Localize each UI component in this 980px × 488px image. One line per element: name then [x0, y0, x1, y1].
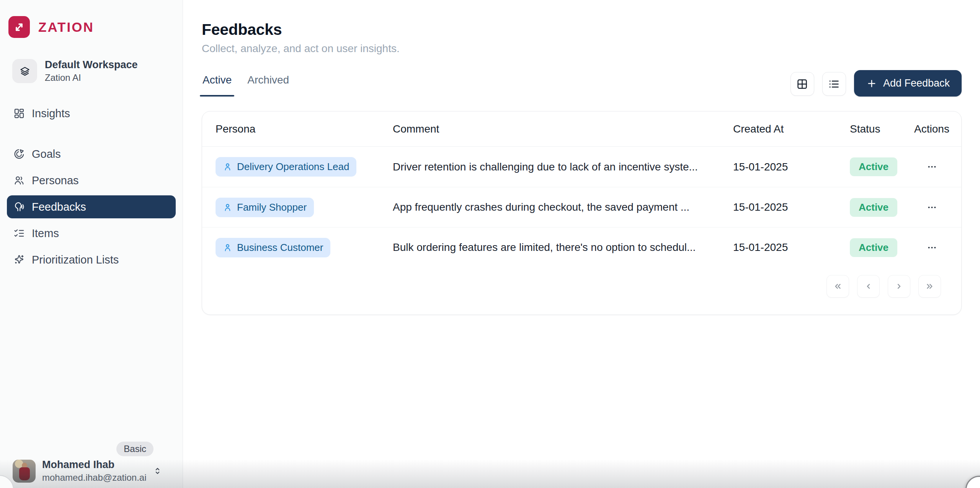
row-actions-button[interactable]: [923, 239, 941, 257]
tab-archived[interactable]: Archived: [247, 71, 290, 97]
controls-row: Active Archived: [202, 70, 962, 97]
workspace-subtitle: Zation AI: [45, 72, 138, 83]
table-header-row: Persona Comment Created At Status Action…: [202, 111, 961, 147]
sidebar-item-feedbacks[interactable]: Feedbacks: [7, 195, 176, 218]
plus-icon: [866, 78, 877, 89]
column-header-comment: Comment: [393, 123, 733, 135]
user-icon: [223, 162, 232, 172]
column-header-status: Status: [850, 123, 912, 135]
plan-badge: Basic: [116, 442, 154, 456]
row-actions-button[interactable]: [923, 158, 941, 176]
goal-icon: [13, 148, 25, 160]
status-badge: Active: [850, 238, 897, 257]
chevron-left-icon: [863, 281, 874, 291]
row-actions-button[interactable]: [923, 198, 941, 216]
status-badge: Active: [850, 198, 897, 217]
ellipsis-icon: [927, 202, 937, 213]
last-page-button[interactable]: [918, 275, 941, 298]
add-feedback-label: Add Feedback: [883, 77, 950, 89]
table-row: Business Customer Bulk ordering features…: [202, 227, 961, 267]
add-feedback-button[interactable]: Add Feedback: [854, 70, 962, 97]
persona-badge[interactable]: Delivery Operations Lead: [216, 157, 356, 177]
sparkles-icon: [13, 254, 25, 265]
column-header-created-at: Created At: [733, 123, 850, 135]
sidebar-item-personas[interactable]: Personas: [7, 169, 176, 192]
previous-page-button[interactable]: [857, 275, 880, 298]
sidebar-item-goals[interactable]: Goals: [7, 142, 176, 165]
page-title: Feedbacks: [202, 21, 962, 39]
page-subtitle: Collect, analyze, and act on user insigh…: [202, 43, 962, 55]
brand-logo: ZATION: [8, 16, 183, 38]
tab-active[interactable]: Active: [202, 71, 232, 97]
user-name: Mohamed Ihab: [42, 459, 147, 471]
next-page-button[interactable]: [888, 275, 910, 298]
sidebar-item-insights[interactable]: Insights: [7, 102, 176, 125]
user-avatar: [13, 460, 36, 483]
tab-bar: Active Archived: [202, 71, 290, 97]
sidebar-item-label: Insights: [32, 107, 70, 120]
user-icon: [223, 203, 232, 212]
brand-name: ZATION: [38, 20, 94, 35]
grid-view-button[interactable]: [791, 72, 814, 96]
zation-logo-icon: [8, 16, 30, 38]
persona-badge[interactable]: Family Shopper: [216, 198, 314, 217]
list-checks-icon: [13, 228, 25, 239]
created-at-cell: 15-01-2025: [733, 161, 850, 173]
feedbacks-table-card: Persona Comment Created At Status Action…: [202, 111, 962, 315]
created-at-cell: 15-01-2025: [733, 201, 850, 213]
status-badge: Active: [850, 157, 897, 176]
sidebar-item-label: Items: [32, 227, 59, 240]
layers-icon: [12, 59, 37, 83]
sidebar-item-label: Goals: [32, 148, 61, 160]
created-at-cell: 15-01-2025: [733, 241, 850, 254]
sidebar-item-label: Feedbacks: [32, 201, 86, 213]
workspace-title: Default Workspace: [45, 59, 138, 71]
sidebar-item-label: Personas: [32, 174, 79, 187]
main-content: Feedbacks Collect, analyze, and act on u…: [183, 0, 980, 488]
dashboard-icon: [13, 108, 25, 119]
chevrons-left-icon: [833, 281, 843, 291]
table-row: Family Shopper App frequently crashes du…: [202, 187, 961, 227]
sidebar-item-prioritization-lists[interactable]: Prioritization Lists: [7, 248, 176, 271]
column-header-actions: Actions: [912, 123, 952, 135]
chevron-right-icon: [894, 281, 904, 291]
list-view-button[interactable]: [822, 72, 846, 96]
chevrons-right-icon: [924, 281, 935, 291]
list-view-icon: [828, 78, 840, 90]
chevrons-up-down-icon[interactable]: [152, 466, 163, 476]
pagination: [202, 267, 961, 314]
sidebar-item-label: Prioritization Lists: [32, 254, 119, 266]
app-root: ZATION Default Workspace Zation AI: [0, 0, 980, 488]
column-header-persona: Persona: [216, 123, 393, 135]
workspace-selector[interactable]: Default Workspace Zation AI: [12, 59, 173, 83]
ellipsis-icon: [927, 242, 937, 253]
comment-cell: Driver retention is challenging due to l…: [393, 161, 733, 173]
speech-icon: [13, 201, 25, 213]
user-icon: [223, 243, 232, 252]
sidebar-item-items[interactable]: Items: [7, 222, 176, 245]
grid-view-icon: [796, 78, 808, 90]
table-row: Delivery Operations Lead Driver retentio…: [202, 147, 961, 187]
comment-cell: App frequently crashes during checkout, …: [393, 201, 733, 213]
ellipsis-icon: [927, 162, 937, 172]
first-page-button[interactable]: [826, 275, 849, 298]
persona-badge[interactable]: Business Customer: [216, 238, 330, 257]
user-menu[interactable]: Basic Mohamed Ihab mohamed.ihab@zation.a…: [0, 442, 183, 488]
comment-cell: Bulk ordering features are limited, ther…: [393, 241, 733, 254]
users-icon: [13, 175, 25, 186]
sidebar: ZATION Default Workspace Zation AI: [0, 0, 183, 488]
user-email: mohamed.ihab@zation.ai: [42, 472, 147, 483]
sidebar-nav: Insights Goals: [0, 102, 183, 275]
